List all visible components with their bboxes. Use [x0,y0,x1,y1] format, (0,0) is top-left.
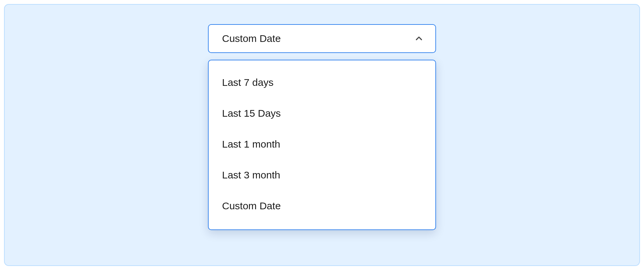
dropdown-option-label: Last 7 days [222,77,273,88]
dropdown-option-last-1-month[interactable]: Last 1 month [209,129,435,160]
dropdown-option-custom-date[interactable]: Custom Date [209,191,435,221]
dropdown-option-last-3-month[interactable]: Last 3 month [209,160,435,191]
dropdown-option-label: Last 15 Days [222,108,281,119]
dropdown-option-label: Last 3 month [222,169,280,180]
panel-background: Custom Date Last 7 days Last 15 Days Las… [4,4,640,266]
dropdown-option-label: Custom Date [222,200,281,211]
dropdown-option-last-7-days[interactable]: Last 7 days [209,67,435,98]
dropdown-selected-label: Custom Date [222,33,281,44]
date-range-dropdown: Custom Date Last 7 days Last 15 Days Las… [208,24,436,230]
dropdown-menu: Last 7 days Last 15 Days Last 1 month La… [208,60,436,230]
chevron-up-icon [415,34,423,43]
dropdown-option-last-15-days[interactable]: Last 15 Days [209,98,435,129]
dropdown-option-label: Last 1 month [222,139,280,150]
dropdown-trigger[interactable]: Custom Date [208,24,436,53]
